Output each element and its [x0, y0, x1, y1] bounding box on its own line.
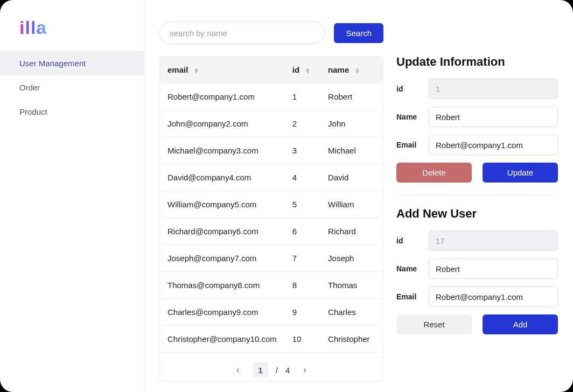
cell-id: 10	[285, 326, 320, 353]
update-name-field[interactable]	[429, 107, 558, 127]
cell-name: Thomas	[320, 272, 383, 299]
add-button[interactable]: Add	[483, 314, 558, 334]
search-input[interactable]	[159, 22, 325, 44]
cell-email: John@company2.com	[160, 110, 285, 137]
pager-current-page: 1	[253, 362, 268, 377]
table-row[interactable]: Christopher@company10.com10Christopher	[160, 326, 383, 353]
table-header-row: email ▲▼ id ▲▼ name ▲▼	[160, 57, 383, 83]
app-shell: illa User Management Order Product Searc…	[0, 0, 573, 392]
cell-email: Joseph@company7.com	[160, 245, 285, 272]
update-email-field[interactable]	[429, 135, 558, 155]
update-id-label: id	[396, 85, 422, 93]
table-row[interactable]: Thomas@company8.com8Thomas	[160, 272, 383, 299]
cell-id: 7	[285, 245, 320, 272]
cell-name: Richard	[320, 218, 383, 245]
cell-email: Charles@company9.com	[160, 299, 285, 326]
cell-email: Robert@company1.com	[160, 83, 285, 110]
user-table: email ▲▼ id ▲▼ name ▲▼	[159, 56, 383, 381]
cell-id: 2	[285, 110, 320, 137]
main-content: Search email ▲▼ id ▲▼	[144, 0, 573, 392]
sidebar: illa User Management Order Product	[0, 0, 144, 392]
sort-icon[interactable]: ▲▼	[354, 67, 360, 74]
add-email-label: Email	[396, 292, 422, 301]
sidebar-nav: User Management Order Product	[0, 51, 144, 124]
sort-icon[interactable]: ▲▼	[194, 67, 199, 74]
cell-id: 8	[285, 272, 320, 299]
table-row[interactable]: Robert@company1.com1Robert	[160, 83, 383, 110]
sort-icon[interactable]: ▲▼	[305, 67, 310, 74]
pager-prev-button[interactable]: ‹	[230, 362, 246, 377]
cell-email: Christopher@company10.com	[160, 326, 285, 353]
table-row[interactable]: Michael@company3.com3Michael	[160, 137, 383, 164]
left-column: Search email ▲▼ id ▲▼	[159, 22, 383, 381]
update-name-label: Name	[396, 113, 422, 121]
add-panel-title: Add New User	[396, 207, 558, 221]
table-row[interactable]: Charles@company9.com9Charles	[160, 299, 383, 326]
cell-email: Thomas@company8.com	[160, 272, 285, 299]
update-button[interactable]: Update	[483, 163, 558, 183]
cell-id: 1	[285, 83, 320, 110]
update-panel-title: Update Information	[396, 55, 558, 69]
update-email-label: Email	[396, 141, 422, 149]
col-header-name[interactable]: name ▲▼	[320, 57, 383, 83]
table-row[interactable]: William@company5.com5William	[160, 191, 383, 218]
table-row[interactable]: John@company2.com2John	[160, 110, 383, 137]
cell-id: 9	[285, 299, 320, 326]
update-id-field	[429, 79, 558, 99]
add-panel: Add New User id Name Email Reset Add	[396, 207, 558, 334]
col-header-email[interactable]: email ▲▼	[160, 57, 285, 83]
sidebar-item-user-management[interactable]: User Management	[0, 51, 144, 75]
pager-total-pages: 4	[285, 366, 290, 375]
pagination: ‹ 1 / 4 ›	[160, 355, 383, 381]
cell-name: Charles	[320, 299, 383, 326]
cell-email: Richard@company6.com	[160, 218, 285, 245]
cell-name: David	[320, 164, 383, 191]
cell-email: Michael@company3.com	[160, 137, 285, 164]
cell-name: John	[320, 110, 383, 137]
pager-next-button[interactable]: ›	[297, 362, 312, 377]
update-panel: Update Information id Name Email Delete …	[396, 55, 558, 183]
sidebar-item-order[interactable]: Order	[0, 75, 144, 100]
cell-id: 6	[285, 218, 320, 245]
add-email-field[interactable]	[429, 286, 558, 307]
delete-button[interactable]: Delete	[396, 163, 472, 183]
cell-id: 3	[285, 137, 320, 164]
cell-id: 5	[285, 191, 320, 218]
cell-name: Robert	[320, 83, 383, 110]
sidebar-item-product[interactable]: Product	[0, 100, 144, 124]
col-header-id[interactable]: id ▲▼	[285, 57, 320, 83]
cell-name: Christopher	[320, 326, 383, 353]
cell-name: Michael	[320, 137, 383, 164]
pager-separator: /	[276, 366, 278, 375]
cell-id: 4	[285, 164, 320, 191]
col-header-label: id	[292, 65, 299, 74]
add-id-label: id	[396, 236, 422, 245]
add-id-field	[429, 230, 558, 251]
add-name-field[interactable]	[429, 258, 558, 279]
add-name-label: Name	[396, 264, 422, 273]
search-button[interactable]: Search	[334, 23, 383, 43]
search-row: Search	[159, 22, 383, 44]
reset-button[interactable]: Reset	[396, 314, 472, 334]
panel-divider	[396, 194, 558, 195]
table-row[interactable]: Joseph@company7.com7Joseph	[160, 245, 383, 272]
cell-email: David@company4.com	[160, 164, 285, 191]
right-column: Update Information id Name Email Delete …	[396, 22, 558, 381]
table-row[interactable]: Richard@company6.com6Richard	[160, 218, 383, 245]
cell-name: Joseph	[320, 245, 383, 272]
logo: illa	[19, 17, 47, 38]
col-header-label: email	[167, 65, 188, 74]
col-header-label: name	[328, 65, 349, 74]
cell-name: William	[320, 191, 383, 218]
cell-email: William@company5.com	[160, 191, 285, 218]
table-row[interactable]: David@company4.com4David	[160, 164, 383, 191]
